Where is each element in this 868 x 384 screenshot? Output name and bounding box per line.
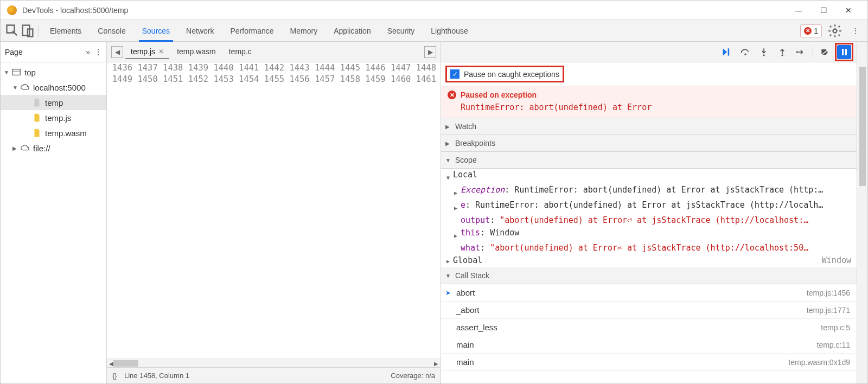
sidebar-kebab-icon[interactable]: ⋮ [94, 48, 102, 56]
pause-caught-checkbox[interactable]: ✓ [450, 69, 459, 79]
scroll-thumb[interactable] [113, 360, 138, 367]
window-title: DevTools - localhost:5000/temp [22, 6, 786, 15]
editor-tab-tempwasm[interactable]: temp.wasm [171, 45, 221, 59]
line-gutter: 1436 1437 1438 1439 1440 1441 1442 1443 … [107, 62, 441, 359]
scope-local[interactable]: ▼Local [441, 169, 857, 184]
window-close-button[interactable]: ✕ [836, 1, 861, 20]
error-circle-icon: ✕ [448, 91, 456, 99]
file-tree: ▼top ▼localhost:5000 temp temp.js temp.w… [1, 62, 106, 383]
callstack-loc: temp.wasm:0x1d9 [788, 358, 850, 367]
editor-tab-tempc[interactable]: temp.c [224, 45, 257, 59]
watch-accordion[interactable]: ▶Watch [441, 118, 857, 135]
tab-elements[interactable]: Elements [42, 20, 89, 42]
sidebar-tab-page[interactable]: Page [5, 48, 86, 56]
editor-tab-tempjs[interactable]: temp.js✕ [125, 45, 169, 59]
scope-what[interactable]: what: "abort(undefined) at Error⏎ at jsS… [441, 242, 857, 254]
file-wasm-icon [32, 128, 42, 138]
cloud-icon [20, 82, 30, 92]
settings-gear-icon[interactable] [827, 23, 843, 39]
callstack-frame[interactable]: _aborttemp.js:1771 [441, 302, 857, 319]
pause-caught-highlight: ✓ Pause on caught exceptions [445, 66, 564, 82]
tab-network[interactable]: Network [178, 20, 221, 42]
tree-top[interactable]: ▼top [1, 65, 106, 80]
step-button[interactable] [792, 44, 809, 60]
deactivate-breakpoints-button[interactable] [816, 44, 834, 60]
callstack-fn: assert_less [456, 323, 497, 332]
editor-tabs: ◀ temp.js✕ temp.wasm temp.c ▶ [107, 42, 441, 62]
scope-e[interactable]: ▶e: RuntimeError: abort(undefined) at Er… [441, 199, 857, 214]
step-into-button[interactable] [755, 44, 773, 60]
code-editor[interactable]: 1436 1437 1438 1439 1440 1441 1442 1443 … [107, 62, 441, 359]
scope-exception[interactable]: ▶Exception: RuntimeError: abort(undefine… [441, 184, 857, 199]
callstack-loc: temp.js:1456 [807, 289, 850, 297]
pause-on-exceptions-button[interactable] [837, 45, 851, 59]
tree-file-temp[interactable]: temp [1, 95, 106, 110]
window-maximize-button[interactable]: ☐ [811, 1, 836, 20]
tab-console[interactable]: Console [90, 20, 133, 42]
scope-this[interactable]: ▶this: Window [441, 227, 857, 242]
callstack-frame[interactable]: ➤aborttemp.js:1456 [441, 284, 857, 302]
resume-button[interactable] [718, 44, 736, 60]
tree-file-scheme[interactable]: ▶file:// [1, 140, 106, 156]
callstack-fn: main [456, 340, 474, 349]
svg-rect-5 [728, 48, 730, 55]
devtools-top-bar: Elements Console Sources Network Perform… [1, 20, 867, 42]
callstack-frame[interactable]: assert_lesstemp.c:5 [441, 319, 857, 336]
tab-sources[interactable]: Sources [135, 20, 177, 42]
main-tabs: Elements Console Sources Network Perform… [42, 20, 476, 42]
nav-forward-icon[interactable]: ▶ [424, 46, 436, 58]
source-editor-pane: ◀ temp.js✕ temp.wasm temp.c ▶ 1436 1437 … [107, 42, 441, 383]
step-over-button[interactable] [737, 44, 754, 60]
error-icon: ✕ [804, 27, 812, 35]
step-out-button[interactable] [774, 44, 791, 60]
scroll-right-icon[interactable]: ▶ [432, 359, 441, 368]
svg-point-9 [796, 51, 798, 53]
device-toggle-icon[interactable] [20, 23, 35, 39]
editor-h-scrollbar[interactable]: ◀ ▶ [107, 359, 441, 367]
scope-output[interactable]: output: "abort(undefined) at Error⏎ at j… [441, 214, 857, 227]
window-titlebar: DevTools - localhost:5000/temp — ☐ ✕ [1, 1, 867, 20]
editor-status-bar: {} Line 1458, Column 1 Coverage: n/a [107, 367, 441, 383]
right-v-scrollbar[interactable] [857, 42, 867, 383]
window-minimize-button[interactable]: — [786, 1, 811, 20]
scope-body: ▼Local ▶Exception: RuntimeError: abort(u… [441, 169, 857, 267]
breakpoints-accordion[interactable]: ▶Breakpoints [441, 135, 857, 152]
callstack-fn: main [456, 357, 474, 367]
devtools-logo-icon [7, 5, 17, 15]
close-tab-icon[interactable]: ✕ [158, 48, 164, 55]
pause-caught-row: ✓ Pause on caught exceptions [441, 62, 857, 86]
error-count-badge[interactable]: ✕ 1 [800, 24, 822, 37]
tab-application[interactable]: Application [326, 20, 379, 42]
callstack-fn: _abort [456, 305, 480, 315]
svg-rect-3 [12, 69, 20, 75]
nav-back-icon[interactable]: ◀ [111, 46, 123, 58]
callstack-accordion[interactable]: ▼Call Stack [441, 267, 857, 284]
callstack-list: ➤aborttemp.js:1456_aborttemp.js:1771asse… [441, 284, 857, 371]
tab-lighthouse[interactable]: Lighthouse [423, 20, 476, 42]
callstack-frame[interactable]: maintemp.c:11 [441, 336, 857, 354]
inspect-icon[interactable] [5, 23, 20, 39]
cursor-position: Line 1458, Column 1 [124, 372, 189, 380]
tree-file-tempjs[interactable]: temp.js [1, 110, 106, 125]
sidebar-header: Page » ⋮ [1, 42, 106, 62]
tree-host[interactable]: ▼localhost:5000 [1, 80, 106, 95]
scope-global[interactable]: ▶ GlobalWindow [441, 254, 857, 267]
svg-rect-0 [23, 25, 30, 35]
exception-title: Paused on exception [461, 91, 537, 99]
callstack-frame[interactable]: maintemp.wasm:0x1d9 [441, 354, 857, 371]
error-count: 1 [814, 27, 818, 35]
pretty-print-icon[interactable]: {} [112, 372, 124, 380]
tab-security[interactable]: Security [380, 20, 423, 42]
tab-performance[interactable]: Performance [222, 20, 281, 42]
tab-memory[interactable]: Memory [283, 20, 326, 42]
sidebar-more-icon[interactable]: » [86, 48, 90, 56]
kebab-menu-icon[interactable]: ⋮ [848, 23, 863, 39]
svg-point-8 [781, 54, 783, 56]
scroll-thumb[interactable] [859, 67, 866, 186]
separator [813, 46, 813, 58]
scope-accordion[interactable]: ▼Scope [441, 152, 857, 169]
tree-file-tempwasm[interactable]: temp.wasm [1, 125, 106, 140]
callstack-fn: abort [456, 288, 475, 297]
debugger-toolbar [441, 42, 857, 62]
callstack-loc: temp.c:5 [821, 323, 850, 332]
